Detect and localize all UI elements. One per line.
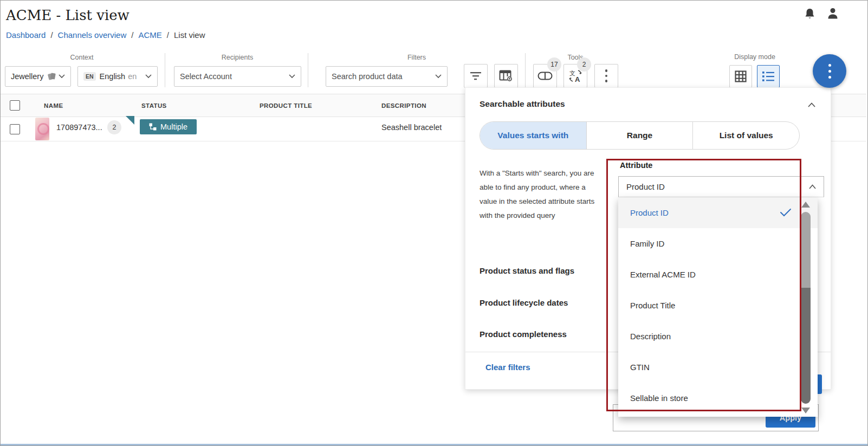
panel-collapse-button[interactable] (808, 100, 815, 109)
option-label: Product ID (630, 208, 669, 217)
breadcrumb: Dashboard/Channels overview/ACME/List vi… (6, 30, 205, 40)
breadcrumb-channels-overview[interactable]: Channels overview (58, 30, 127, 40)
context-group-label: Context (33, 54, 131, 61)
translate-count-badge: 2 (577, 57, 591, 72)
context-language-select[interactable]: EN English en (77, 66, 158, 87)
product-description: Seashell bracelet (381, 123, 442, 132)
floating-action-button[interactable] (813, 54, 846, 88)
selection-corner-marker (126, 116, 134, 125)
display-mode-grid-button[interactable] (729, 65, 752, 88)
svg-text:A: A (575, 75, 580, 83)
filter-button[interactable] (464, 64, 488, 88)
option-gtin[interactable]: GTIN (618, 352, 818, 383)
scrollbar-up-arrow[interactable] (801, 202, 810, 208)
user-profile-button[interactable] (826, 7, 839, 23)
ellipsis-vertical-icon (605, 69, 608, 82)
option-family-id[interactable]: Family ID (618, 228, 818, 259)
channel-cards-icon (47, 72, 56, 81)
option-label: Sellable in store (630, 393, 688, 403)
product-thumbnail[interactable] (35, 118, 49, 140)
page-title: ACME - List view (6, 7, 129, 23)
language-code-suffix: en (128, 72, 137, 81)
person-icon (826, 7, 839, 21)
pill-toggle-icon (537, 72, 553, 80)
translate-icon: 文 A (568, 69, 582, 83)
row-checkbox[interactable] (10, 124, 20, 134)
table-eye-icon (499, 70, 513, 82)
scrollbar-track[interactable] (801, 212, 811, 404)
starts-with-description: With a "Starts with" search, you are abl… (480, 166, 597, 223)
display-mode-group-label: Display mode (706, 53, 804, 61)
attribute-options-popup: Product ID Family ID External ACME ID Pr… (618, 197, 818, 417)
more-tools-button[interactable] (594, 64, 618, 88)
attribute-select-value: Product ID (626, 182, 665, 191)
chevron-down-icon (435, 74, 442, 79)
chevron-up-icon (808, 102, 815, 107)
select-all-checkbox[interactable] (10, 100, 20, 111)
list-view-icon (762, 71, 775, 82)
tab-range[interactable]: Range (586, 122, 693, 149)
option-description[interactable]: Description (618, 321, 818, 352)
option-product-id[interactable]: Product ID (618, 197, 818, 228)
option-label: Description (630, 332, 671, 341)
context-channel-value: Jewellery (11, 72, 43, 81)
filters-group-label: Filters (368, 54, 465, 61)
section-product-status-and-flags[interactable]: Product status and flags (480, 266, 574, 275)
option-label: GTIN (630, 363, 650, 372)
hierarchy-icon (149, 123, 157, 131)
app-window: ACME - List view Dashboard/Channels over… (0, 0, 868, 446)
notifications-button[interactable] (804, 8, 816, 23)
language-value: English (100, 72, 126, 81)
toolbar-divider (308, 53, 308, 87)
language-code-badge: EN (83, 72, 96, 81)
tab-list-of-values[interactable]: List of values (692, 122, 799, 149)
status-label: Multiple (160, 122, 187, 131)
section-product-lifecycle-dates[interactable]: Product lifecycle dates (480, 298, 568, 307)
product-search-select[interactable]: Search product data (326, 66, 448, 87)
tab-values-starts-with[interactable]: Values starts with (480, 122, 586, 149)
scrollbar-down-arrow[interactable] (801, 408, 810, 413)
toolbar-divider (165, 53, 165, 87)
chevron-down-icon (145, 74, 152, 79)
column-header-name[interactable]: NAME (44, 102, 63, 109)
scrollbar-thumb[interactable] (801, 288, 811, 404)
chevron-up-icon (809, 184, 816, 189)
column-header-product-title[interactable]: PRODUCT TITLE (260, 102, 312, 109)
breadcrumb-separator: / (162, 30, 174, 40)
clear-filters-button[interactable]: Clear filters (485, 363, 530, 372)
status-badge[interactable]: Multiple (140, 119, 197, 134)
option-external-acme-id[interactable]: External ACME ID (618, 259, 818, 290)
breadcrumb-current: List view (174, 30, 205, 40)
option-product-title[interactable]: Product Title (618, 290, 818, 321)
context-channel-select[interactable]: Jewellery (5, 66, 71, 87)
column-settings-button[interactable] (494, 64, 518, 88)
search-type-tabs: Values starts with Range List of values (480, 121, 800, 150)
panel-title: Searchable attributes (480, 99, 565, 109)
checkmark-icon (780, 208, 792, 217)
recipients-group-label: Recipients (189, 54, 286, 61)
recipients-value: Select Account (180, 72, 232, 81)
option-label: Family ID (630, 239, 664, 248)
breadcrumb-separator: / (126, 30, 138, 40)
breadcrumb-acme[interactable]: ACME (138, 30, 161, 40)
column-header-description[interactable]: DESCRIPTION (381, 102, 426, 109)
grid-view-icon (735, 70, 747, 82)
window-bottom-edge (1, 444, 868, 446)
breadcrumb-dashboard[interactable]: Dashboard (6, 30, 46, 40)
bell-icon (804, 8, 816, 21)
product-name[interactable]: 170897473... (56, 123, 102, 132)
filter-lines-icon (469, 70, 482, 81)
section-product-completeness[interactable]: Product completeness (480, 329, 567, 339)
option-sellable-in-store[interactable]: Sellable in store (618, 383, 818, 413)
links-count-badge: 17 (547, 57, 561, 72)
chevron-down-icon (289, 74, 295, 79)
column-header-status[interactable]: STATUS (141, 102, 167, 109)
option-label: Product Title (630, 301, 675, 310)
toolbar-divider (525, 53, 526, 87)
option-label: External ACME ID (630, 270, 696, 279)
display-mode-list-button[interactable] (757, 65, 780, 88)
attribute-field-label: Attribute (620, 161, 652, 170)
attribute-select[interactable]: Product ID (618, 176, 824, 197)
recipients-select[interactable]: Select Account (174, 66, 301, 87)
breadcrumb-separator: / (46, 30, 57, 40)
